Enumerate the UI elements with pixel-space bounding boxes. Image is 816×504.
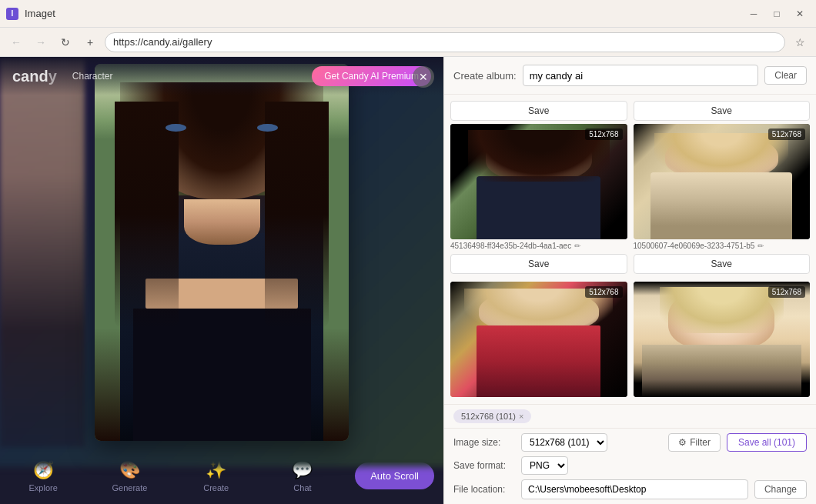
edit-icon-1[interactable]: ✏ <box>574 242 580 250</box>
minimize-button[interactable]: ─ <box>744 5 764 22</box>
app-icon: I <box>6 8 18 20</box>
image-card-4: 512x768 <box>634 282 811 397</box>
bottom-controls: Image size: 512x768 (101) ⚙ Filter Save … <box>444 428 816 504</box>
generate-label: Generate <box>112 483 147 492</box>
clear-button[interactable]: Clear <box>764 66 807 85</box>
new-tab-button[interactable]: + <box>80 32 100 52</box>
filename-2: 10500607-4e06069e-3233-4751-b5 ✏ <box>634 242 811 250</box>
file-location-label: File location: <box>453 484 515 495</box>
image-size-row: Image size: 512x768 (101) ⚙ Filter Save … <box>453 433 807 452</box>
file-location-input[interactable] <box>521 479 748 499</box>
image-preview-1 <box>450 124 627 239</box>
gallery-cell-4: 512x768 <box>630 279 814 402</box>
filter-chip-size: 512x768 (101) × <box>453 409 531 423</box>
image-preview-3 <box>450 282 627 397</box>
gallery-grid: Save 512x768 45136498-ff34e35b-24db-4aa1… <box>444 95 816 404</box>
image-card-2: 512x768 <box>634 124 811 239</box>
image-badge-4: 512x768 <box>768 286 805 298</box>
album-input[interactable] <box>523 65 759 86</box>
image-badge-3: 512x768 <box>585 286 622 298</box>
image-badge-2: 512x768 <box>768 129 805 140</box>
image-size-select[interactable]: 512x768 (101) <box>521 433 607 452</box>
canvas-nav-character[interactable]: Character <box>63 68 122 85</box>
save-all-button[interactable]: Save all (101) <box>727 433 807 452</box>
close-button[interactable]: ✕ <box>790 5 810 22</box>
image-size-label: Image size: <box>453 437 515 448</box>
chat-label: Chat <box>293 483 311 492</box>
filter-button[interactable]: ⚙ Filter <box>668 433 721 452</box>
candy-nav: Character <box>63 68 122 85</box>
canvas-panel: candy Character Get Candy AI Premium <box>0 57 443 504</box>
save-format-select[interactable]: PNG <box>521 456 568 475</box>
save-top-2[interactable]: Save <box>634 101 811 121</box>
save-format-label: Save format: <box>453 460 515 471</box>
back-button[interactable]: ← <box>6 32 26 52</box>
chip-close-button[interactable]: × <box>519 412 523 421</box>
canvas-header: candy Character Get Candy AI Premium <box>0 57 443 95</box>
refresh-button[interactable]: ↻ <box>55 32 75 52</box>
filename-1: 45136498-ff34e35b-24db-4aa1-aec ✏ <box>450 242 627 250</box>
filter-icon: ⚙ <box>678 437 687 448</box>
image-badge-1: 512x768 <box>585 129 622 140</box>
gallery-cell-3: 512x768 <box>447 279 630 402</box>
gallery-cell-1: Save 512x768 45136498-ff34e35b-24db-4aa1… <box>447 98 630 279</box>
titlebar: I Imaget ─ □ ✕ <box>0 0 816 28</box>
save-format-row: Save format: PNG <box>453 456 807 475</box>
save-top-1[interactable]: Save <box>450 101 627 121</box>
side-image-left <box>0 57 85 447</box>
image-card-1: 512x768 <box>450 124 627 239</box>
main-layout: candy Character Get Candy AI Premium <box>0 57 816 504</box>
chip-label: 512x768 (101) <box>461 412 516 421</box>
filter-label: Filter <box>690 437 711 448</box>
right-panel: Create album: Clear Save 512x768 <box>443 57 816 504</box>
save-bottom-2[interactable]: Save <box>634 254 811 274</box>
album-bar: Create album: Clear <box>444 57 816 95</box>
main-image-area: ✕ <box>0 57 443 447</box>
filter-chips: 512x768 (101) × <box>444 404 816 428</box>
image-preview-4 <box>634 282 811 397</box>
candy-logo: candy <box>12 68 57 85</box>
close-preview-button[interactable]: ✕ <box>413 66 434 88</box>
image-preview-2 <box>634 124 811 239</box>
gallery-cell-2: Save 512x768 10500607-4e06069e-3233-4751… <box>630 98 814 279</box>
save-bottom-1[interactable]: Save <box>450 254 627 274</box>
titlebar-left: I Imaget <box>6 8 55 20</box>
maximize-button[interactable]: □ <box>767 5 787 22</box>
address-bar[interactable] <box>105 32 785 52</box>
change-button[interactable]: Change <box>754 480 807 499</box>
explore-label: Explore <box>28 483 57 492</box>
album-label: Create album: <box>453 70 517 82</box>
image-card-3: 512x768 <box>450 282 627 397</box>
bookmark-button[interactable]: ☆ <box>790 32 810 52</box>
forward-button[interactable]: → <box>31 32 51 52</box>
browser-bar: ← → ↻ + ☆ <box>0 28 816 57</box>
main-photo <box>95 64 349 441</box>
edit-icon-2[interactable]: ✏ <box>757 242 764 250</box>
window-controls: ─ □ ✕ <box>744 5 810 22</box>
file-location-row: File location: Change <box>453 479 807 499</box>
create-label: Create <box>203 483 229 492</box>
app-title: Imaget <box>25 8 55 19</box>
